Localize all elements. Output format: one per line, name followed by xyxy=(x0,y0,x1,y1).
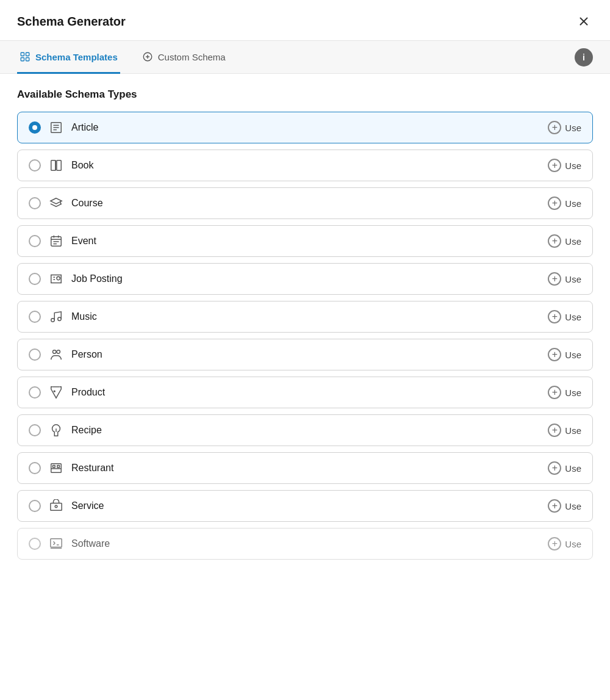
service-use-button[interactable]: + Use xyxy=(548,499,581,513)
svg-rect-5 xyxy=(26,58,29,61)
svg-rect-3 xyxy=(26,52,29,56)
product-label: Product xyxy=(71,387,105,398)
job-posting-use-button[interactable]: + Use xyxy=(548,272,581,286)
restaurant-use-button[interactable]: + Use xyxy=(548,461,581,475)
recipe-use-icon: + xyxy=(548,424,561,437)
svg-rect-4 xyxy=(21,58,24,61)
svg-point-23 xyxy=(51,319,55,322)
schema-item-person[interactable]: Person + Use xyxy=(17,339,593,370)
content-area: Available Schema Types Article xyxy=(0,74,610,700)
schema-item-event-left: Event xyxy=(29,234,96,248)
schema-list: Article + Use xyxy=(17,112,593,560)
recipe-use-button[interactable]: + Use xyxy=(548,424,581,437)
article-use-label: Use xyxy=(565,123,581,133)
restaurant-icon xyxy=(49,461,63,475)
job-posting-icon xyxy=(49,272,63,286)
software-use-button[interactable]: + Use xyxy=(548,537,581,550)
radio-software[interactable] xyxy=(29,538,41,550)
svg-point-25 xyxy=(53,350,57,354)
product-use-button[interactable]: + Use xyxy=(548,386,581,399)
book-label: Book xyxy=(71,160,93,171)
service-use-label: Use xyxy=(565,501,581,511)
course-icon xyxy=(49,197,63,210)
schema-item-course-left: Course xyxy=(29,197,103,210)
radio-job-posting[interactable] xyxy=(29,273,41,285)
svg-rect-13 xyxy=(51,161,56,171)
radio-recipe[interactable] xyxy=(29,424,41,436)
book-use-button[interactable]: + Use xyxy=(548,159,581,172)
radio-article[interactable] xyxy=(29,121,41,134)
svg-line-39 xyxy=(53,543,55,545)
radio-book[interactable] xyxy=(29,159,41,171)
info-button[interactable]: i xyxy=(575,48,593,67)
software-use-label: Use xyxy=(565,539,581,549)
modal-title: Schema Generator xyxy=(17,15,126,29)
person-label: Person xyxy=(71,349,102,360)
schema-item-music-left: Music xyxy=(29,310,97,323)
service-use-icon: + xyxy=(548,499,561,513)
radio-product[interactable] xyxy=(29,386,41,399)
svg-point-26 xyxy=(57,350,60,354)
tab-custom-schema[interactable]: Custom Schema xyxy=(140,41,228,74)
event-label: Event xyxy=(71,236,96,247)
schema-item-course[interactable]: Course + Use xyxy=(17,187,593,219)
service-label: Service xyxy=(71,500,104,511)
schema-item-restaurant[interactable]: Resturant + Use xyxy=(17,452,593,484)
course-use-button[interactable]: + Use xyxy=(548,197,581,210)
schema-item-recipe[interactable]: Recipe + Use xyxy=(17,414,593,446)
course-label: Course xyxy=(71,198,103,209)
radio-event[interactable] xyxy=(29,235,41,247)
schema-item-event[interactable]: Event + Use xyxy=(17,225,593,257)
job-posting-use-label: Use xyxy=(565,274,581,284)
radio-person[interactable] xyxy=(29,348,41,361)
svg-rect-31 xyxy=(53,465,56,467)
book-use-label: Use xyxy=(565,161,581,171)
tab-schema-templates[interactable]: Schema Templates xyxy=(17,41,120,74)
event-use-button[interactable]: + Use xyxy=(548,234,581,248)
schema-item-restaurant-left: Resturant xyxy=(29,461,113,475)
music-use-button[interactable]: + Use xyxy=(548,310,581,323)
svg-rect-32 xyxy=(57,465,60,467)
schema-item-music[interactable]: Music + Use xyxy=(17,301,593,333)
restaurant-label: Resturant xyxy=(71,463,113,474)
person-use-button[interactable]: + Use xyxy=(548,348,581,361)
schema-item-book[interactable]: Book + Use xyxy=(17,150,593,181)
book-use-icon: + xyxy=(548,159,561,172)
schema-item-job-posting[interactable]: Job Posting + Use xyxy=(17,263,593,295)
recipe-use-label: Use xyxy=(565,425,581,436)
schema-item-service[interactable]: Service + Use xyxy=(17,490,593,522)
modal-header: Schema Generator xyxy=(0,0,610,41)
restaurant-use-label: Use xyxy=(565,463,581,474)
close-button[interactable] xyxy=(575,12,593,31)
job-posting-use-icon: + xyxy=(548,272,561,286)
product-use-icon: + xyxy=(548,386,561,399)
schema-item-software-left: Software xyxy=(29,537,110,550)
tab-schema-templates-label: Schema Templates xyxy=(35,52,118,62)
music-label: Music xyxy=(71,311,97,322)
tab-custom-schema-label: Custom Schema xyxy=(158,52,226,62)
radio-service[interactable] xyxy=(29,500,41,512)
product-use-label: Use xyxy=(565,388,581,398)
radio-restaurant[interactable] xyxy=(29,462,41,474)
svg-point-22 xyxy=(57,276,60,280)
article-label: Article xyxy=(71,122,98,133)
article-use-button[interactable]: + Use xyxy=(548,121,581,134)
recipe-icon xyxy=(49,424,63,437)
book-icon xyxy=(49,159,63,172)
svg-rect-2 xyxy=(21,52,24,56)
tabs-container: Schema Templates Custom Schema i xyxy=(0,41,610,74)
article-use-icon: + xyxy=(548,121,561,134)
software-icon xyxy=(49,537,63,550)
svg-point-35 xyxy=(55,505,57,508)
music-use-icon: + xyxy=(548,310,561,323)
schema-item-article[interactable]: Article + Use xyxy=(17,112,593,143)
schema-item-job-posting-left: Job Posting xyxy=(29,272,123,286)
schema-item-article-left: Article xyxy=(29,121,98,134)
svg-point-24 xyxy=(58,317,62,321)
radio-music[interactable] xyxy=(29,311,41,323)
person-use-label: Use xyxy=(565,350,581,360)
product-icon xyxy=(49,386,63,399)
radio-course[interactable] xyxy=(29,197,41,209)
schema-item-software[interactable]: Software + Use xyxy=(17,528,593,560)
schema-item-product[interactable]: Product + Use xyxy=(17,377,593,408)
